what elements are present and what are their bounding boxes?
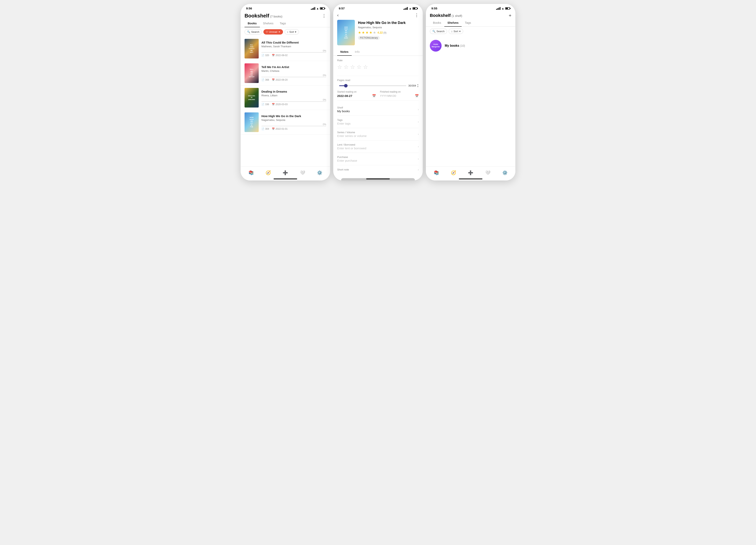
books-list: ALLTHISCOULDBEDIFF All This Could Be Dif… bbox=[241, 37, 330, 181]
book-meta-1: 📄 320 📅 2022-08-02 bbox=[261, 54, 326, 57]
time-2: 9:57 bbox=[339, 7, 345, 10]
nav-library-1[interactable]: 📚 bbox=[248, 170, 254, 175]
book-cover-1: ALLTHISCOULDBEDIFF bbox=[245, 39, 259, 58]
lent-field[interactable]: Lent / Borrowed Enter lent or borrowed › bbox=[337, 141, 419, 153]
wifi-icon: ▲ bbox=[316, 7, 319, 10]
battery-icon-2 bbox=[413, 7, 417, 10]
tab-tags-3[interactable]: Tags bbox=[462, 19, 474, 27]
pages-slider[interactable] bbox=[339, 85, 406, 86]
nav-add-3[interactable]: ➕ bbox=[468, 170, 473, 175]
book-detail-top: HOWHIGHWEGOINTHEDARK How High We Go in t… bbox=[333, 20, 423, 48]
calendar-icon-3: 📅 bbox=[272, 103, 275, 106]
tab-books-3[interactable]: Books bbox=[430, 19, 444, 27]
nav-wishlist-1[interactable]: 🤍 bbox=[300, 170, 305, 175]
pages-icon-1: 📄 bbox=[261, 54, 264, 57]
detail-title: How High We Go in the Dark bbox=[358, 21, 419, 25]
rate-stars[interactable]: ☆ ☆ ☆ ☆ ☆ bbox=[337, 64, 419, 70]
pages-icon-4: 📄 bbox=[261, 128, 264, 130]
more-icon-2[interactable]: ⋮ bbox=[415, 13, 419, 18]
rate-star-5[interactable]: ☆ bbox=[363, 64, 368, 70]
tags-field[interactable]: Tags Enter tags › bbox=[337, 116, 419, 128]
nav-library-3[interactable]: 📚 bbox=[434, 170, 439, 175]
date-1: 2022-08-02 bbox=[276, 54, 288, 57]
status-icons-2: ▲ bbox=[404, 7, 417, 10]
nav-settings-3[interactable]: ⚙️ bbox=[502, 170, 508, 175]
series-field[interactable]: Series / Volume Enter series or volume › bbox=[337, 128, 419, 141]
nav-add-1[interactable]: ➕ bbox=[283, 170, 288, 175]
date-4: 2022-01-01 bbox=[276, 128, 288, 130]
search-button-1[interactable]: 🔍 Search bbox=[245, 29, 262, 35]
search-button-3[interactable]: 🔍 Search bbox=[430, 29, 447, 34]
star-5: ★ bbox=[373, 30, 376, 35]
lent-field-placeholder: Enter lent or borrowed bbox=[337, 147, 366, 150]
book-item-1[interactable]: ALLTHISCOULDBEDIFF All This Could Be Dif… bbox=[241, 37, 330, 61]
screen-1: 9:56 ▲ Bookshelf (7 book bbox=[241, 4, 330, 181]
book-item-3[interactable]: DEALINGINDREAMS Dealing in Dreams Rivera… bbox=[241, 86, 330, 110]
purchase-field[interactable]: Purchase Enter purchase › bbox=[337, 153, 419, 165]
rating-number: 4.22 bbox=[377, 31, 383, 34]
tab-books-1[interactable]: Books bbox=[245, 20, 260, 27]
more-icon-1[interactable]: ⋮ bbox=[322, 13, 326, 18]
pages-stepper[interactable]: ▲ ▼ bbox=[417, 84, 419, 88]
add-shelf-button[interactable]: + bbox=[509, 13, 511, 18]
library-icon-1: 📚 bbox=[248, 170, 254, 175]
pages-value: 30/304 ▲ ▼ bbox=[408, 84, 419, 88]
shelf-chevron: › bbox=[418, 108, 419, 111]
book-info-2: Tell Me I'm An Artist Martin, Chelsea 0%… bbox=[261, 65, 326, 81]
sort-icon-3: ↕ bbox=[451, 30, 453, 33]
rate-star-1[interactable]: ☆ bbox=[337, 64, 342, 70]
shelf-field-label: Shelf bbox=[337, 106, 350, 109]
rate-star-3[interactable]: ☆ bbox=[350, 64, 355, 70]
date-2: 2022-09-20 bbox=[276, 79, 288, 81]
book-title-1: All This Could Be Different bbox=[261, 41, 326, 45]
book-item-2[interactable]: TELLMEI'MANARTIST Tell Me I'm An Artist … bbox=[241, 61, 330, 86]
shelf-field[interactable]: Shelf My books › bbox=[337, 103, 419, 116]
genre-badge: FICTION/Literary bbox=[358, 36, 380, 40]
close-icon-1[interactable]: ✕ bbox=[278, 30, 280, 33]
unread-filter-button[interactable]: ▽ Unread ✕ bbox=[263, 29, 283, 35]
started-label: Started reading on bbox=[337, 90, 376, 93]
tabs-row-3: Books Shelves Tags bbox=[426, 19, 515, 27]
tab-notes[interactable]: Notes bbox=[337, 48, 352, 56]
sort-button-3[interactable]: ↕ Sort ▾ bbox=[449, 29, 463, 34]
pages-icon-2: 📄 bbox=[261, 79, 264, 81]
book-cover-4: HOWHIGHWEGOINTHE bbox=[245, 112, 259, 132]
nav-discover-3[interactable]: 🧭 bbox=[451, 170, 456, 175]
tab-shelves-3[interactable]: Shelves bbox=[444, 19, 462, 27]
filter-row-3: 🔍 Search ↕ Sort ▾ bbox=[426, 27, 515, 36]
short-note-field[interactable]: Short note › bbox=[337, 165, 419, 174]
shelf-item-my-books[interactable]: VioletMargorite My books (10) bbox=[426, 36, 515, 56]
lent-chevron: › bbox=[418, 145, 419, 148]
rate-star-2[interactable]: ☆ bbox=[344, 64, 349, 70]
home-indicator-2 bbox=[366, 179, 390, 179]
tabs-row-1: Books Shelves Tags bbox=[241, 20, 330, 27]
book-meta-4: 📄 304 📅 2022-01-01 bbox=[261, 128, 326, 130]
book-author-2: Martin, Chelsea bbox=[261, 69, 326, 72]
signal-icon-3 bbox=[496, 7, 500, 10]
pages-count-2: 368 bbox=[265, 79, 269, 81]
end-calendar-icon[interactable]: 📅 bbox=[415, 94, 419, 98]
nav-settings-1[interactable]: ⚙️ bbox=[317, 170, 322, 175]
rate-star-4[interactable]: ☆ bbox=[357, 64, 362, 70]
rate-label: Rate bbox=[337, 59, 419, 62]
time-1: 9:56 bbox=[246, 7, 252, 10]
back-button[interactable]: ‹ bbox=[337, 13, 339, 18]
stepper-down[interactable]: ▼ bbox=[417, 86, 419, 88]
start-calendar-icon[interactable]: 📅 bbox=[372, 94, 376, 98]
nav-discover-1[interactable]: 🧭 bbox=[266, 170, 271, 175]
tab-tags-1[interactable]: Tags bbox=[277, 20, 289, 27]
chevron-down-icon-1: ▾ bbox=[295, 30, 296, 33]
settings-icon-1: ⚙️ bbox=[317, 170, 322, 175]
stepper-up[interactable]: ▲ bbox=[417, 84, 419, 86]
tab-info[interactable]: Info bbox=[352, 48, 363, 56]
nav-wishlist-3[interactable]: 🤍 bbox=[485, 170, 490, 175]
star-2: ★ bbox=[362, 30, 365, 35]
book-title-3: Dealing in Dreams bbox=[261, 90, 326, 94]
book-item-4[interactable]: HOWHIGHWEGOINTHE How High We Go in the D… bbox=[241, 110, 330, 135]
tab-shelves-1[interactable]: Shelves bbox=[260, 20, 277, 27]
sort-button-1[interactable]: ↕ Sort ▾ bbox=[285, 29, 299, 35]
finished-label: Finished reading on bbox=[380, 90, 419, 93]
date-3: 2020-03-03 bbox=[276, 103, 288, 106]
pages-slider-thumb[interactable] bbox=[344, 84, 348, 88]
screen-3: 9:55 ▲ Bookshelf (1 shelf) bbox=[426, 4, 515, 181]
